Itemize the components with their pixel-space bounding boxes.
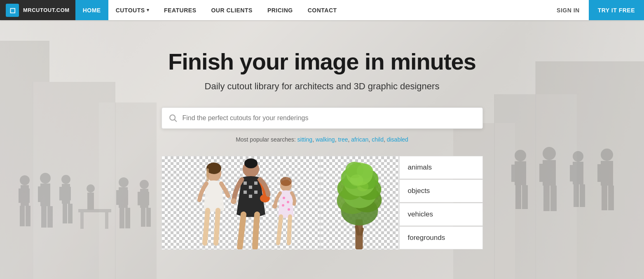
nav-menu: HOME CUTOUTS ▾ FEATURES OUR CLIENTS PRIC… xyxy=(75,0,548,20)
popular-link-child[interactable]: child xyxy=(372,136,384,143)
signin-button[interactable]: SIGN IN xyxy=(548,7,589,14)
svg-rect-76 xyxy=(244,181,247,185)
brand-text: MRCUTOUT.COM xyxy=(23,7,70,13)
search-icon xyxy=(169,114,178,123)
nav-link-cutouts[interactable]: CUTOUTS ▾ xyxy=(108,0,157,20)
popular-link-tree[interactable]: tree xyxy=(338,136,348,143)
nav-link-contact[interactable]: CONTACT xyxy=(300,0,344,20)
svg-point-86 xyxy=(287,201,289,203)
hero-section: Finish your image in minutes Daily cutou… xyxy=(0,0,644,279)
nav-item-cutouts[interactable]: CUTOUTS ▾ xyxy=(108,0,157,20)
search-input[interactable] xyxy=(183,114,476,122)
card-people xyxy=(162,156,320,250)
category-item-vehicles[interactable]: vehicles xyxy=(399,203,483,226)
svg-rect-80 xyxy=(249,195,252,198)
chevron-down-icon: ▾ xyxy=(147,7,150,13)
category-item-animals[interactable]: animals xyxy=(399,156,483,179)
tree-cutout-image xyxy=(321,156,398,249)
nav-link-features[interactable]: FEATURES xyxy=(157,0,204,20)
category-label-foregrounds: foregrounds xyxy=(408,234,445,242)
nav-item-our-clients[interactable]: OUR CLIENTS xyxy=(204,0,260,20)
category-label-vehicles: vehicles xyxy=(408,210,433,219)
hero-content: Finish your image in minutes Daily cutou… xyxy=(0,20,644,250)
logo-icon: ◻ xyxy=(6,4,19,17)
nav-link-home[interactable]: HOME xyxy=(75,0,108,20)
svg-rect-79 xyxy=(244,191,247,194)
popular-link-disabled[interactable]: disabled xyxy=(387,136,408,143)
svg-point-87 xyxy=(282,204,284,207)
try-free-button[interactable]: TRY IT FREE xyxy=(589,0,644,20)
popular-link-walking[interactable]: walking xyxy=(316,136,335,143)
category-item-foregrounds[interactable]: foregrounds xyxy=(399,226,483,249)
popular-searches: Most popular searches: sitting, walking,… xyxy=(236,136,408,143)
navigation: ◻ MRCUTOUT.COM HOME CUTOUTS ▾ FEATURES O… xyxy=(0,0,644,20)
svg-point-84 xyxy=(280,177,292,186)
popular-link-african[interactable]: african xyxy=(351,136,368,143)
category-label-animals: animals xyxy=(408,163,432,172)
hero-title: Finish your image in minutes xyxy=(168,49,476,74)
svg-rect-81 xyxy=(254,191,258,194)
card-categories: animals objects vehicles foregrounds xyxy=(399,156,483,250)
nav-item-contact[interactable]: CONTACT xyxy=(300,0,344,20)
svg-rect-77 xyxy=(249,186,252,189)
hero-subtitle: Daily cutout library for architects and … xyxy=(205,81,440,92)
category-item-objects[interactable]: objects xyxy=(399,179,483,202)
card-tree xyxy=(320,156,399,250)
svg-rect-78 xyxy=(254,181,258,185)
nav-right: SIGN IN TRY IT FREE xyxy=(548,0,644,20)
nav-link-pricing[interactable]: PRICING xyxy=(260,0,300,20)
svg-point-88 xyxy=(288,208,290,211)
hero-cards: animals objects vehicles foregrounds xyxy=(162,156,483,250)
svg-point-85 xyxy=(283,197,285,199)
popular-link-sitting[interactable]: sitting xyxy=(297,136,313,143)
nav-item-pricing[interactable]: PRICING xyxy=(260,0,300,20)
search-bar xyxy=(162,107,483,129)
svg-line-70 xyxy=(174,119,176,121)
category-label-objects: objects xyxy=(408,187,430,195)
nav-link-our-clients[interactable]: OUR CLIENTS xyxy=(204,0,260,20)
popular-label: Most popular searches: xyxy=(236,136,296,143)
svg-point-107 xyxy=(357,181,368,191)
nav-item-features[interactable]: FEATURES xyxy=(157,0,204,20)
svg-point-90 xyxy=(272,204,277,209)
nav-item-home[interactable]: HOME xyxy=(75,0,108,20)
nav-brand[interactable]: ◻ MRCUTOUT.COM xyxy=(0,0,75,20)
svg-point-89 xyxy=(231,198,237,204)
svg-point-75 xyxy=(244,158,258,168)
people-cutout-image xyxy=(164,157,317,249)
